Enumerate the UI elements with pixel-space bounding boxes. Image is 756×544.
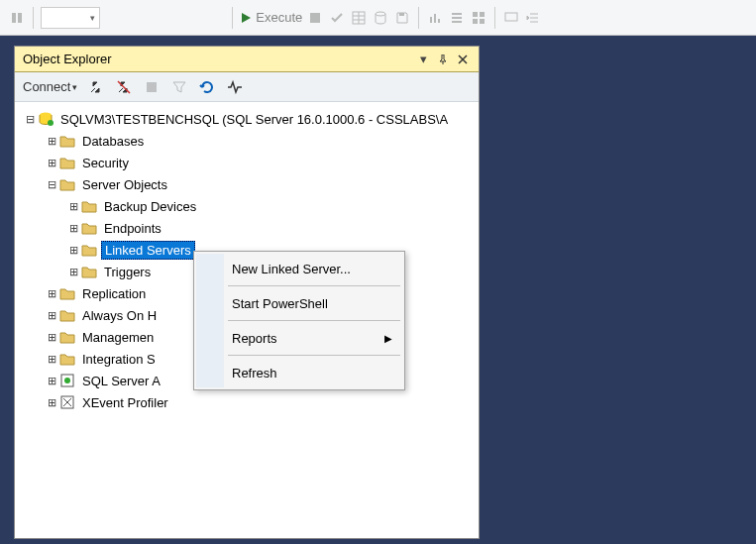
node-label: Endpoints [101, 220, 164, 237]
explorer-toolbar: Connect ▾ [15, 72, 479, 102]
tree-node-xevent[interactable]: ⊞ XEvent Profiler [19, 391, 475, 413]
toolbar-divider [494, 7, 495, 29]
svg-point-13 [64, 378, 70, 383]
xevent-icon [58, 394, 76, 410]
expand-icon[interactable]: ⊞ [45, 374, 58, 387]
tree-node-endpoints[interactable]: ⊞ Endpoints [19, 217, 475, 239]
panel-dropdown-icon[interactable]: ▾ [415, 52, 431, 67]
list-icon[interactable] [448, 9, 466, 27]
svg-rect-8 [505, 13, 517, 21]
panel-close-icon[interactable] [455, 52, 471, 67]
filter-icon[interactable] [170, 78, 188, 96]
svg-rect-0 [310, 13, 320, 23]
expand-icon[interactable]: ⊞ [66, 221, 80, 235]
refresh-icon[interactable] [198, 78, 216, 96]
activity-icon[interactable] [226, 78, 244, 96]
main-toolbar: ▾ Execute [0, 0, 756, 36]
menu-reports[interactable]: Reports ▶ [196, 323, 402, 353]
save-icon[interactable] [393, 9, 411, 27]
panel-title: Object Explorer [23, 52, 411, 66]
menu-new-linked-server[interactable]: New Linked Server... [196, 254, 402, 283]
folder-icon [58, 285, 76, 301]
chart-icon[interactable] [426, 9, 444, 27]
svg-point-11 [48, 120, 54, 126]
node-label: Security [79, 155, 132, 171]
caret-down-icon: ▾ [72, 82, 77, 92]
connect-button[interactable]: Connect ▾ [23, 79, 77, 94]
tree-node-server-objects[interactable]: ⊟ Server Objects [19, 173, 475, 195]
execute-button[interactable]: Execute [240, 10, 302, 25]
menu-separator [228, 355, 400, 356]
svg-rect-6 [473, 19, 478, 24]
collapse-icon[interactable]: ⊟ [45, 177, 58, 191]
folder-icon [58, 307, 76, 323]
svg-rect-3 [399, 13, 404, 16]
tree-node-security[interactable]: ⊞ Security [19, 152, 475, 173]
indent-icon[interactable] [524, 9, 542, 27]
collapse-icon[interactable]: ⊟ [23, 112, 37, 126]
grid-icon[interactable] [470, 9, 487, 27]
svg-rect-4 [473, 12, 478, 17]
menu-refresh[interactable]: Refresh [196, 358, 402, 387]
tree-node-backup-devices[interactable]: ⊞ Backup Devices [19, 195, 475, 217]
database-icon[interactable] [372, 9, 389, 27]
disconnect-icon[interactable] [115, 78, 133, 96]
connect-object-icon[interactable] [87, 78, 105, 96]
toolbar-divider [232, 7, 233, 29]
toolbar-dropdown[interactable]: ▾ [41, 7, 100, 29]
toolbar-divider [33, 7, 34, 29]
panel-titlebar: Object Explorer ▾ [15, 47, 479, 72]
menu-label: New Linked Server... [232, 262, 351, 276]
menu-label: Reports [232, 331, 277, 346]
menu-label: Refresh [232, 366, 277, 381]
caret-down-icon: ▾ [90, 13, 95, 23]
expand-icon[interactable]: ⊞ [45, 156, 58, 169]
agent-icon [58, 373, 76, 388]
stop-icon[interactable] [143, 78, 161, 96]
svg-rect-5 [480, 12, 485, 17]
node-label: Managemen [79, 329, 157, 346]
table-icon[interactable] [350, 9, 368, 27]
folder-icon [58, 176, 76, 192]
expand-icon[interactable]: ⊞ [45, 286, 58, 300]
folder-icon [58, 351, 76, 367]
folder-icon [80, 198, 98, 214]
node-label: Always On H [79, 307, 160, 324]
expand-icon[interactable]: ⊞ [66, 243, 80, 257]
expand-icon[interactable]: ⊞ [45, 330, 58, 344]
comment-icon[interactable] [502, 9, 520, 27]
expand-icon[interactable]: ⊞ [45, 352, 58, 366]
menu-separator [228, 285, 400, 286]
connect-label: Connect [23, 79, 70, 94]
folder-icon [80, 220, 98, 236]
node-label: SQLVM3\TESTBENCHSQL (SQL Server 16.0.100… [57, 111, 451, 128]
submenu-arrow-icon: ▶ [384, 333, 392, 344]
node-label: Backup Devices [101, 198, 199, 215]
node-label: Integration S [79, 351, 159, 368]
menu-start-powershell[interactable]: Start PowerShell [196, 288, 402, 318]
toolbar-icon-generic[interactable] [8, 9, 26, 27]
folder-icon [80, 264, 98, 279]
svg-rect-7 [480, 19, 485, 24]
folder-icon [58, 133, 76, 149]
expand-icon[interactable]: ⊞ [45, 134, 58, 148]
node-label: SQL Server A [79, 373, 163, 389]
expand-icon[interactable]: ⊞ [45, 395, 58, 409]
tree-node-databases[interactable]: ⊞ Databases [19, 130, 475, 152]
execute-label: Execute [256, 10, 302, 25]
panel-pin-icon[interactable] [435, 52, 451, 67]
tree-node-server[interactable]: ⊟ SQLVM3\TESTBENCHSQL (SQL Server 16.0.1… [19, 108, 475, 130]
toolbar-divider [418, 7, 419, 29]
check-icon[interactable] [328, 9, 346, 27]
node-label: Databases [79, 133, 147, 150]
node-label: XEvent Profiler [79, 394, 171, 411]
expand-icon[interactable]: ⊞ [66, 199, 80, 213]
folder-icon [58, 155, 76, 170]
server-icon [37, 111, 54, 127]
node-label: Replication [79, 285, 149, 302]
stop-icon[interactable] [306, 9, 324, 27]
svg-point-2 [376, 12, 385, 16]
expand-icon[interactable]: ⊞ [66, 265, 80, 278]
expand-icon[interactable]: ⊞ [45, 308, 58, 322]
node-label: Triggers [101, 264, 154, 280]
